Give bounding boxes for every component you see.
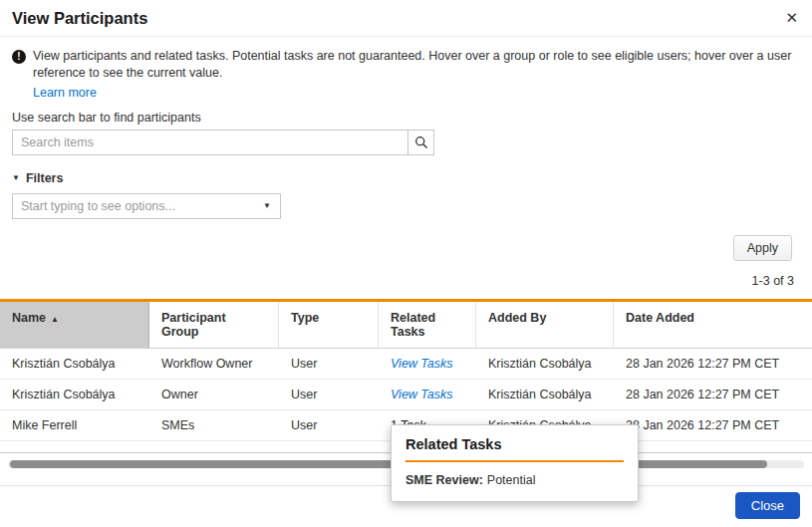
column-header-date-added[interactable]: Date Added <box>614 302 812 349</box>
learn-more-link[interactable]: Learn more <box>33 85 798 102</box>
table-header-row: Name▲ Participant Group Type Related Tas… <box>0 302 812 349</box>
filter-dropdown[interactable]: Start typing to see options... ▼ <box>12 193 281 219</box>
view-tasks-link[interactable]: View Tasks <box>391 357 453 371</box>
column-header-type[interactable]: Type <box>279 302 379 349</box>
info-icon: ! <box>12 50 26 64</box>
column-header-added-by[interactable]: Added By <box>476 302 614 349</box>
sort-ascending-icon: ▲ <box>51 315 59 324</box>
column-header-participant-group[interactable]: Participant Group <box>149 302 279 349</box>
filters-label: Filters <box>26 171 64 185</box>
notice-text: View participants and related tasks. Pot… <box>33 49 791 80</box>
scrollbar-thumb[interactable] <box>10 460 767 468</box>
cell-added-by: Krisztián Csobálya <box>476 380 614 410</box>
search-icon <box>414 135 428 149</box>
column-header-name[interactable]: Name▲ <box>0 302 149 349</box>
dropdown-arrow-icon[interactable]: ▼ <box>254 201 280 210</box>
cell-date-added: 28 Jan 2026 12:27 PM CET <box>614 380 812 410</box>
task-name-label: SME Review: <box>406 473 483 487</box>
close-icon[interactable]: ✕ <box>781 7 802 29</box>
cell-added-by: Krisztián Csobálya <box>476 349 614 380</box>
view-participants-dialog: View Participants ✕ ! View participants … <box>0 0 812 527</box>
column-header-related-tasks[interactable]: Related Tasks <box>379 302 476 349</box>
search-label: Use search bar to find participants <box>12 111 800 125</box>
table-row: Krisztián Csobálya Workflow Owner User V… <box>0 349 812 380</box>
participants-table: Name▲ Participant Group Type Related Tas… <box>0 299 812 441</box>
cell-participant-group: Workflow Owner <box>149 349 279 380</box>
cell-name: Mike Ferrell <box>0 410 149 441</box>
close-button[interactable]: Close <box>735 492 800 519</box>
dialog-header: View Participants ✕ <box>0 0 812 37</box>
filters-toggle[interactable]: ▼ Filters <box>12 171 800 185</box>
view-tasks-link[interactable]: View Tasks <box>391 388 453 401</box>
cell-type: User <box>279 410 379 441</box>
cell-participant-group: SMEs <box>149 410 279 441</box>
search-bar <box>12 130 800 155</box>
dialog-title: View Participants <box>12 9 800 28</box>
filter-dropdown-placeholder: Start typing to see options... <box>13 199 254 213</box>
apply-row: Apply <box>0 235 792 261</box>
cell-name: Krisztián Csobálya <box>0 349 149 380</box>
popover-title: Related Tasks <box>406 436 624 462</box>
cell-date-added: 28 Jan 2026 12:27 PM CET <box>614 349 812 380</box>
apply-button[interactable]: Apply <box>733 235 792 261</box>
notice-body: View participants and related tasks. Pot… <box>33 48 798 102</box>
cell-type: User <box>279 349 379 380</box>
search-input[interactable] <box>12 130 408 155</box>
cell-type: User <box>279 380 379 410</box>
task-status-value: Potential <box>487 473 536 487</box>
info-banner: ! View participants and related tasks. P… <box>0 37 812 102</box>
cell-participant-group: Owner <box>149 380 279 410</box>
cell-date-added: 28 Jan 2026 12:27 PM CET <box>614 410 812 441</box>
popover-task-row: SME Review:Potential <box>406 473 624 487</box>
pagination-count: 1-3 of 3 <box>0 274 794 288</box>
search-button[interactable] <box>407 130 434 155</box>
related-tasks-popover: Related Tasks SME Review:Potential <box>391 424 639 502</box>
collapse-arrow-icon: ▼ <box>12 173 20 182</box>
cell-name: Krisztián Csobálya <box>0 380 149 410</box>
table-row: Krisztián Csobálya Owner User View Tasks… <box>0 380 812 410</box>
